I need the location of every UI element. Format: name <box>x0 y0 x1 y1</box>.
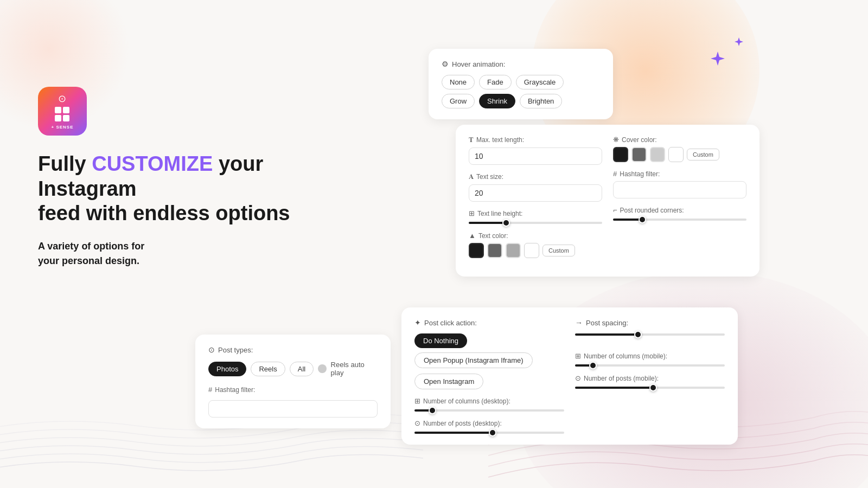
num-posts-mobile-slider-fill <box>575 387 653 389</box>
text-color-section: ▲ Text color: Custom <box>469 232 602 258</box>
text-color-light-gray[interactable] <box>506 243 521 258</box>
open-instagram-button[interactable]: Open Instagram <box>414 374 483 389</box>
hover-animation-options: None Fade Grayscale Grow Shrink Brighten <box>442 75 600 108</box>
cover-icon: ❋ <box>613 136 619 144</box>
icon-grid <box>55 107 69 121</box>
num-posts-mobile-slider-thumb[interactable] <box>649 384 657 391</box>
post-types-card: ⊙ Post types: Photos Reels All Reels aut… <box>195 335 391 428</box>
sense-label: + SENSE <box>51 125 73 130</box>
max-text-length-section: 𝐓 Max. text length: <box>469 136 602 165</box>
num-columns-mobile-label: ⊞ Number of columns (mobile): <box>575 352 725 360</box>
num-columns-mobile-slider-thumb[interactable] <box>589 362 597 369</box>
instagram-icon: ⊙ <box>58 93 66 105</box>
reels-autoplay-toggle: Reels auto play <box>318 361 378 377</box>
star-decoration <box>700 35 754 81</box>
post-type-all-button[interactable]: All <box>290 362 314 376</box>
text-color-swatches: Custom <box>469 243 602 258</box>
subheadline: A variety of options for your personal d… <box>38 239 342 268</box>
headline-line2: feed with endless options <box>38 202 290 224</box>
rounded-icon: ⌐ <box>613 206 617 214</box>
text-color-card: 𝐓 Max. text length: 𝐀 Text size: ⊞ Text … <box>456 125 760 277</box>
left-section: ⊙ + SENSE Fully CUSTOMIZE your Instagram… <box>38 87 342 268</box>
headline-part1: Fully <box>38 152 92 175</box>
hover-grayscale-button[interactable]: Grayscale <box>516 75 564 89</box>
settings-icon: ⚙ <box>442 60 449 68</box>
do-nothing-button[interactable]: Do Nothing <box>414 333 467 348</box>
post-click-action-options: Do Nothing Open Popup (Instagram Iframe) <box>414 333 564 368</box>
text-color-label: ▲ Text color: <box>469 232 602 240</box>
hover-brighten-button[interactable]: Brighten <box>520 94 562 108</box>
post-rounded-corners-slider-fill <box>613 219 642 221</box>
text-size-icon: 𝐀 <box>469 172 474 181</box>
hashtag-filter-section: # Hashtag filter: <box>613 170 746 198</box>
app-icon: ⊙ + SENSE <box>38 87 87 136</box>
hover-fade-button[interactable]: Fade <box>479 75 512 89</box>
open-popup-button[interactable]: Open Popup (Instagram Iframe) <box>414 352 533 368</box>
text-line-height-label: ⊞ Text line height: <box>469 209 602 217</box>
hover-shrink-button[interactable]: Shrink <box>479 94 515 108</box>
subheadline-line2: your personal design. <box>38 255 139 266</box>
cover-color-section: ❋ Cover color: Custom <box>613 136 746 162</box>
num-posts-desktop-slider-track <box>414 432 564 434</box>
post-spacing-slider-thumb[interactable] <box>634 331 642 338</box>
text-color-black[interactable] <box>469 243 484 258</box>
post-rounded-corners-label: ⌐ Post rounded corners: <box>613 206 746 214</box>
num-posts-desktop-label: ⊙ Number of posts (desktop): <box>414 419 564 427</box>
post-spacing-title: → Post spacing: <box>575 318 725 327</box>
post-click-action-title: ✦ Post click action: <box>414 318 564 327</box>
posts-mobile-icon: ⊙ <box>575 374 581 382</box>
text-color-custom-button[interactable]: Custom <box>542 245 575 256</box>
text-line-height-slider-fill <box>469 222 506 224</box>
arrow-icon: → <box>575 318 583 327</box>
hover-animation-card: ⚙ Hover animation: None Fade Grayscale G… <box>429 49 613 119</box>
toggle-icon[interactable] <box>318 364 326 373</box>
subheadline-line1: A variety of options for <box>38 241 144 252</box>
cover-color-light-gray[interactable] <box>650 147 665 162</box>
reels-autoplay-label: Reels auto play <box>331 361 378 377</box>
cover-color-dark-gray[interactable] <box>631 147 647 162</box>
post-types-title: ⊙ Post types: <box>208 345 378 354</box>
max-text-length-label: 𝐓 Max. text length: <box>469 136 602 144</box>
columns-mobile-icon: ⊞ <box>575 352 581 360</box>
hover-grow-button[interactable]: Grow <box>442 94 475 108</box>
num-columns-desktop-slider-track <box>414 409 564 412</box>
text-line-height-slider-track <box>469 222 602 224</box>
post-spacing-slider-fill <box>575 333 638 336</box>
post-types-icon: ⊙ <box>208 345 215 354</box>
headline-highlight: CUSTOMIZE <box>92 152 213 175</box>
num-posts-desktop-slider-thumb[interactable] <box>489 429 496 436</box>
text-size-label: 𝐀 Text size: <box>469 172 602 181</box>
hashtag-filter-label: # Hashtag filter: <box>613 170 746 178</box>
cover-color-custom-button[interactable]: Custom <box>687 149 719 160</box>
cover-color-black[interactable] <box>613 147 628 162</box>
text-icon: 𝐓 <box>469 136 474 144</box>
cover-color-swatches: Custom <box>613 147 746 162</box>
hashtag-icon: # <box>613 170 617 178</box>
post-hashtag-filter-input[interactable] <box>208 400 378 418</box>
cursor-icon: ✦ <box>414 318 421 327</box>
posts-icon: ⊙ <box>414 419 420 427</box>
columns-icon: ⊞ <box>414 397 420 405</box>
num-posts-mobile-slider-track <box>575 387 725 389</box>
post-spacing-slider-track <box>575 333 725 336</box>
num-columns-desktop-slider-thumb[interactable] <box>429 407 436 414</box>
post-action-card: ✦ Post click action: Do Nothing Open Pop… <box>401 307 738 445</box>
max-text-length-input[interactable] <box>469 147 602 165</box>
headline: Fully CUSTOMIZE your Instagram feed with… <box>38 152 342 226</box>
line-height-icon: ⊞ <box>469 209 475 217</box>
text-color-dark-gray[interactable] <box>487 243 502 258</box>
hashtag-filter-post-label: # Hashtag filter: <box>208 386 378 394</box>
post-type-photos-button[interactable]: Photos <box>208 362 246 376</box>
text-line-height-slider-thumb[interactable] <box>502 219 510 227</box>
post-rounded-corners-slider-thumb[interactable] <box>639 216 646 223</box>
num-posts-mobile-label: ⊙ Number of posts (mobile): <box>575 374 725 382</box>
text-size-input[interactable] <box>469 184 602 202</box>
text-color-white[interactable] <box>524 243 539 258</box>
hashtag-filter-input[interactable] <box>613 181 746 198</box>
cover-color-white[interactable] <box>668 147 684 162</box>
post-type-reels-button[interactable]: Reels <box>251 362 285 376</box>
hover-none-button[interactable]: None <box>442 75 475 89</box>
num-columns-mobile-slider-track <box>575 364 725 367</box>
text-size-section: 𝐀 Text size: <box>469 172 602 202</box>
post-rounded-corners-section: ⌐ Post rounded corners: <box>613 206 746 221</box>
